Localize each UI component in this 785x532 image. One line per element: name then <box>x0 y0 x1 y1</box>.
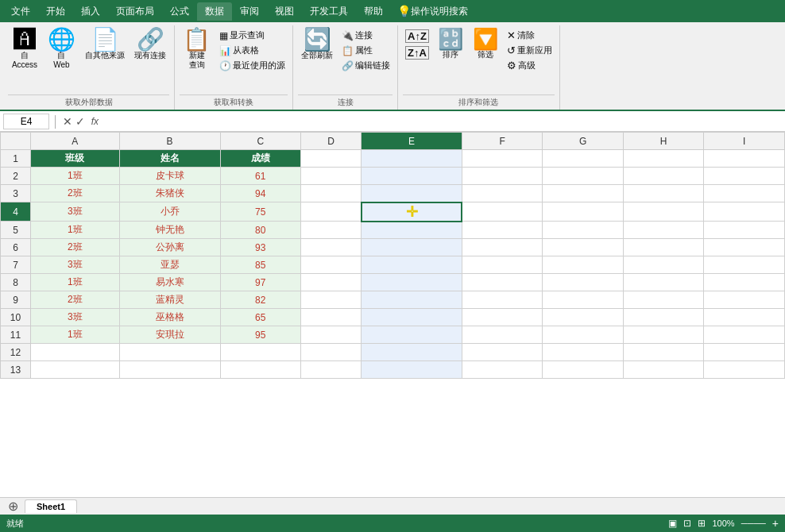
show-query-button[interactable]: ▦ 显示查询 <box>217 29 288 42</box>
cell-E9[interactable] <box>362 291 462 309</box>
col-header-E[interactable]: E <box>362 133 462 150</box>
cell-D4[interactable] <box>301 202 362 222</box>
cell-F2[interactable] <box>462 168 542 185</box>
menu-item-data[interactable]: 数据 <box>197 2 232 21</box>
refresh-all-button[interactable]: 🔄 全部刷新 <box>298 27 336 62</box>
sort-button[interactable]: 🔡 排序 <box>435 27 466 62</box>
confirm-icon[interactable]: ✓ <box>75 115 85 128</box>
cell-B10[interactable]: 巫格格 <box>119 309 220 326</box>
cell-F7[interactable] <box>462 256 542 274</box>
cell-H2[interactable] <box>623 168 703 185</box>
cancel-icon[interactable]: ✕ <box>63 115 72 128</box>
recent-source-button[interactable]: 🕐 最近使用的源 <box>217 59 288 72</box>
cell-G4[interactable] <box>543 202 623 222</box>
cell-H8[interactable] <box>623 274 703 291</box>
cell-H12[interactable] <box>623 344 703 361</box>
menu-item-file[interactable]: 文件 <box>3 2 38 21</box>
cell-E6[interactable] <box>362 239 462 256</box>
existing-connections-button[interactable]: 🔗 现有连接 <box>131 27 169 62</box>
cell-H7[interactable] <box>623 256 703 274</box>
access-button[interactable]: 🅰 自Access <box>8 27 41 71</box>
cell-C10[interactable]: 65 <box>220 309 300 326</box>
cell-E12[interactable] <box>362 344 462 361</box>
menu-item-home[interactable]: 开始 <box>38 2 73 21</box>
cell-F1[interactable] <box>462 150 542 168</box>
row-header-1[interactable]: 1 <box>1 150 31 168</box>
cell-B4[interactable]: 小乔 <box>119 202 220 222</box>
cell-C2[interactable]: 61 <box>220 168 300 185</box>
cell-E4[interactable]: ✛ <box>362 202 462 222</box>
sort-za-button[interactable]: Z↑A <box>403 45 431 60</box>
cell-B1[interactable]: 姓名 <box>119 150 220 168</box>
cell-E2[interactable] <box>362 168 462 185</box>
other-sources-button[interactable]: 📄 自其他来源 <box>82 27 128 62</box>
cell-C11[interactable]: 95 <box>220 326 300 344</box>
cell-G7[interactable] <box>543 256 623 274</box>
cell-I1[interactable] <box>704 150 785 168</box>
sheet-tab-sheet1[interactable]: Sheet1 <box>25 499 77 513</box>
row-header-2[interactable]: 2 <box>1 168 31 185</box>
cell-D1[interactable] <box>301 150 362 168</box>
filter-button[interactable]: 🔽 筛选 <box>470 27 501 62</box>
cell-C5[interactable]: 80 <box>220 222 300 239</box>
cell-I11[interactable] <box>704 326 785 344</box>
cell-G6[interactable] <box>543 239 623 256</box>
cell-I13[interactable] <box>704 361 785 379</box>
from-table-button[interactable]: 📊 从表格 <box>217 44 288 57</box>
cell-E3[interactable] <box>362 185 462 202</box>
cell-G8[interactable] <box>543 274 623 291</box>
col-header-G[interactable]: G <box>543 133 623 150</box>
cell-H5[interactable] <box>623 222 703 239</box>
zoom-in-button[interactable]: + <box>772 517 779 530</box>
col-header-D[interactable]: D <box>301 133 362 150</box>
cell-H9[interactable] <box>623 291 703 309</box>
new-query-button[interactable]: 📋 新建查询 <box>180 27 214 71</box>
cell-G2[interactable] <box>543 168 623 185</box>
cell-I10[interactable] <box>704 309 785 326</box>
menu-item-formula[interactable]: 公式 <box>162 2 197 21</box>
cell-E13[interactable] <box>362 361 462 379</box>
web-button[interactable]: 🌐 自Web <box>44 27 79 71</box>
menu-item-view[interactable]: 视图 <box>267 2 302 21</box>
cell-D8[interactable] <box>301 274 362 291</box>
col-header-B[interactable]: B <box>119 133 220 150</box>
cell-A8[interactable]: 1班 <box>31 274 120 291</box>
cell-B11[interactable]: 安琪拉 <box>119 326 220 344</box>
row-header-11[interactable]: 11 <box>1 326 31 344</box>
cell-E10[interactable] <box>362 309 462 326</box>
cell-F6[interactable] <box>462 239 542 256</box>
row-header-7[interactable]: 7 <box>1 256 31 274</box>
clear-button[interactable]: ✕ 清除 <box>505 29 555 42</box>
cell-C13[interactable] <box>220 361 300 379</box>
cell-B7[interactable]: 亚瑟 <box>119 256 220 274</box>
cell-A13[interactable] <box>31 361 120 379</box>
cell-F12[interactable] <box>462 344 542 361</box>
row-header-5[interactable]: 5 <box>1 222 31 239</box>
cell-D2[interactable] <box>301 168 362 185</box>
search-label[interactable]: 操作说明搜索 <box>411 5 468 18</box>
cell-B5[interactable]: 钟无艳 <box>119 222 220 239</box>
cell-A3[interactable]: 2班 <box>31 185 120 202</box>
cell-I9[interactable] <box>704 291 785 309</box>
cell-A1[interactable]: 班级 <box>31 150 120 168</box>
cell-A12[interactable] <box>31 344 120 361</box>
cell-C12[interactable] <box>220 344 300 361</box>
cell-C8[interactable]: 97 <box>220 274 300 291</box>
col-header-C[interactable]: C <box>220 133 300 150</box>
menu-item-dev[interactable]: 开发工具 <box>302 2 356 21</box>
cell-H6[interactable] <box>623 239 703 256</box>
menu-item-help[interactable]: 帮助 <box>356 2 391 21</box>
cell-A6[interactable]: 2班 <box>31 239 120 256</box>
cell-C7[interactable]: 85 <box>220 256 300 274</box>
cell-H10[interactable] <box>623 309 703 326</box>
formula-input[interactable] <box>105 114 782 129</box>
row-header-12[interactable]: 12 <box>1 344 31 361</box>
cell-C3[interactable]: 94 <box>220 185 300 202</box>
col-header-H[interactable]: H <box>623 133 703 150</box>
cell-B9[interactable]: 蓝精灵 <box>119 291 220 309</box>
cell-H13[interactable] <box>623 361 703 379</box>
cell-C1[interactable]: 成绩 <box>220 150 300 168</box>
advanced-button[interactable]: ⚙ 高级 <box>505 59 555 72</box>
menu-item-review[interactable]: 审阅 <box>232 2 267 21</box>
cell-E11[interactable] <box>362 326 462 344</box>
